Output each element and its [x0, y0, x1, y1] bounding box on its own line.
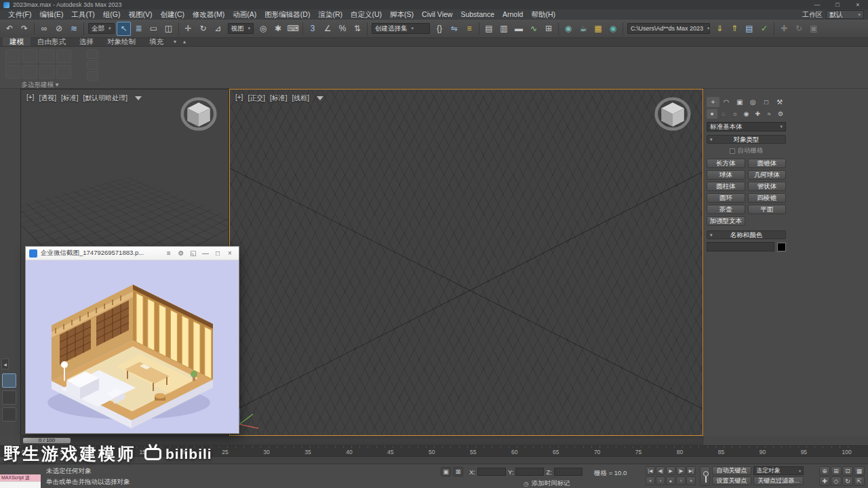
menu-item[interactable]: 修改器(M) [189, 9, 229, 20]
import-icon[interactable]: ⇓ [713, 22, 727, 36]
snap-3d-icon[interactable]: 3 [306, 22, 320, 36]
menu-item[interactable]: 图形编辑器(D) [260, 9, 314, 20]
object-type-button[interactable]: 圆锥体 [748, 159, 787, 168]
object-color-swatch[interactable] [777, 243, 786, 251]
menu-item[interactable]: 编辑(E) [35, 9, 67, 20]
minimize-button[interactable]: — [807, 0, 827, 9]
spacewarps-category-icon[interactable]: ≈ [764, 109, 774, 119]
time-tag[interactable]: ◷ 添加时间标记 [524, 479, 570, 488]
window-crossing-icon[interactable]: ◫ [161, 22, 176, 36]
settings-icon[interactable]: ⚙ [176, 249, 186, 257]
menu-item[interactable]: 帮助(H) [527, 9, 559, 20]
previous-frame-icon[interactable]: ‹ [656, 476, 665, 485]
zoom-icon[interactable]: ⊕ [819, 466, 830, 476]
menu-item[interactable]: 创建(C) [157, 9, 189, 20]
macro-recorder-field[interactable]: MAXScript 迷 [0, 474, 41, 481]
viewport-filter-icon[interactable] [135, 96, 142, 100]
object-type-rollout[interactable]: 对象类型 [707, 135, 786, 144]
select-manipulate-icon[interactable]: ✱ [271, 22, 285, 36]
viewport-pov-label[interactable]: [正交] [248, 94, 265, 103]
project-folder-dropdown[interactable]: C:\Users\Ad**ds Max 2023 [627, 23, 710, 34]
viewport-render-label[interactable]: [标准] [270, 94, 288, 103]
menu-item[interactable]: Arnold [498, 9, 527, 20]
viewport-filter-icon[interactable] [317, 96, 323, 100]
isolate-toggle-icon[interactable]: ▣ [441, 467, 451, 476]
display-tab-icon[interactable]: □ [760, 97, 773, 107]
keyboard-override-icon[interactable]: ⌨ [286, 22, 300, 36]
timeline-end-icon[interactable]: » [686, 476, 696, 485]
object-type-button[interactable]: 圆柱体 [707, 182, 745, 191]
ribbon-flyout-icon[interactable]: ▾ [170, 38, 180, 46]
y-coordinate-input[interactable] [515, 468, 544, 476]
check-status-icon[interactable]: ✓ [757, 22, 772, 36]
workspace-dropdown[interactable]: 默认 [826, 10, 864, 19]
material-editor-icon[interactable]: ◉ [561, 22, 576, 36]
window-menu-icon[interactable]: ≡ [163, 249, 174, 257]
object-type-button[interactable]: 球体 [707, 170, 745, 180]
object-category-dropdown[interactable]: 标准基本体 [707, 122, 786, 131]
menu-item[interactable]: 自定义(U) [347, 9, 386, 20]
object-name-input[interactable] [707, 242, 774, 251]
reference-coordinate-dropdown[interactable]: 视图 [228, 23, 254, 34]
pan-icon[interactable]: ✚ [819, 476, 830, 486]
asset-library-icon[interactable]: ▤ [743, 22, 757, 36]
render-setup-icon[interactable]: ☕ [576, 22, 591, 36]
object-type-button[interactable]: 长方体 [707, 159, 745, 168]
curve-editor-icon[interactable]: ∿ [527, 22, 541, 36]
use-pivot-icon[interactable]: ◎ [256, 22, 271, 36]
object-type-button[interactable]: 加强型文本 [707, 216, 745, 226]
fullscreen-icon[interactable]: ◱ [188, 249, 199, 257]
ribbon-tab[interactable]: 建模 [3, 37, 31, 46]
object-type-button[interactable]: 几何球体 [748, 170, 787, 180]
zoom-region-icon[interactable]: ▦ [854, 466, 865, 476]
maximize-button[interactable]: □ [827, 0, 848, 9]
previous-key-icon[interactable]: ◀| [656, 466, 665, 475]
object-type-button[interactable]: 四棱锥 [748, 193, 787, 203]
maximize-viewport-icon[interactable]: ⇱ [854, 476, 865, 486]
ribbon-tab[interactable]: 填充 [142, 37, 170, 46]
systems-category-icon[interactable]: ⚙ [775, 109, 786, 119]
viewport-shading-label[interactable]: [线框] [292, 94, 310, 103]
menu-item[interactable]: 脚本(S) [386, 9, 418, 20]
z-coordinate-input[interactable] [554, 468, 583, 476]
viewport-menu-label[interactable]: [+] [26, 94, 34, 103]
next-frame-icon[interactable]: › [676, 476, 686, 485]
ribbon-toggle-icon[interactable]: ▬ [512, 22, 526, 36]
object-type-button[interactable]: 茶壶 [707, 205, 745, 214]
viewport-shading-label[interactable]: [默认明暗处理] [83, 94, 128, 103]
create-tab-icon[interactable]: + [707, 97, 719, 107]
object-type-button[interactable]: 管状体 [748, 182, 787, 191]
object-type-button[interactable]: 平面 [748, 205, 787, 214]
timeline-start-icon[interactable]: « [646, 476, 655, 485]
viewport-render-label[interactable]: [标准] [61, 94, 79, 103]
ribbon-tab[interactable]: 选择 [73, 37, 100, 46]
menu-item[interactable]: Civil View [418, 9, 456, 20]
image-window-titlebar[interactable]: 企业微信截图_17479269571883.p... ≡⚙◱—□× [26, 247, 239, 260]
motion-tab-icon[interactable]: ◎ [747, 97, 760, 107]
viewport-menu-label[interactable]: [+] [235, 94, 243, 103]
shapes-category-icon[interactable]: ◌ [718, 109, 729, 119]
ribbon-tab[interactable]: 对象绘制 [100, 37, 142, 46]
select-object-icon[interactable]: ↖ [117, 22, 131, 36]
minimize-icon[interactable]: — [200, 249, 211, 257]
menu-item[interactable]: 渲染(R) [314, 9, 347, 20]
menu-item[interactable]: 工具(T) [67, 9, 98, 20]
viewport-layout-tab-1[interactable] [2, 373, 16, 388]
go-to-start-icon[interactable]: |◀ [646, 466, 655, 475]
key-mode-icon[interactable]: ● [666, 476, 675, 485]
selection-filter-dropdown[interactable]: 全部 [88, 23, 115, 34]
spinner-snap-icon[interactable]: ⇅ [351, 22, 365, 36]
angle-snap-icon[interactable]: ∠ [321, 22, 335, 36]
collapse-arrow-button[interactable]: ◀ [1, 359, 9, 369]
close-icon[interactable]: × [224, 249, 235, 257]
play-icon[interactable]: ▶ [666, 466, 675, 475]
viewport-layout-tab-2[interactable] [2, 390, 16, 405]
bind-spacewarp-icon[interactable]: ≋ [67, 22, 81, 36]
helpers-category-icon[interactable]: ✚ [752, 109, 763, 119]
viewport-layout-tab-3[interactable] [2, 407, 16, 422]
rendered-frame-icon[interactable]: ▦ [591, 22, 606, 36]
layer-explorer-icon[interactable]: ▥ [497, 22, 511, 36]
schematic-view-icon[interactable]: ⊞ [542, 22, 556, 36]
named-selection-sets-input[interactable]: 创建选择集 [372, 23, 430, 34]
close-button[interactable]: × [848, 0, 868, 9]
